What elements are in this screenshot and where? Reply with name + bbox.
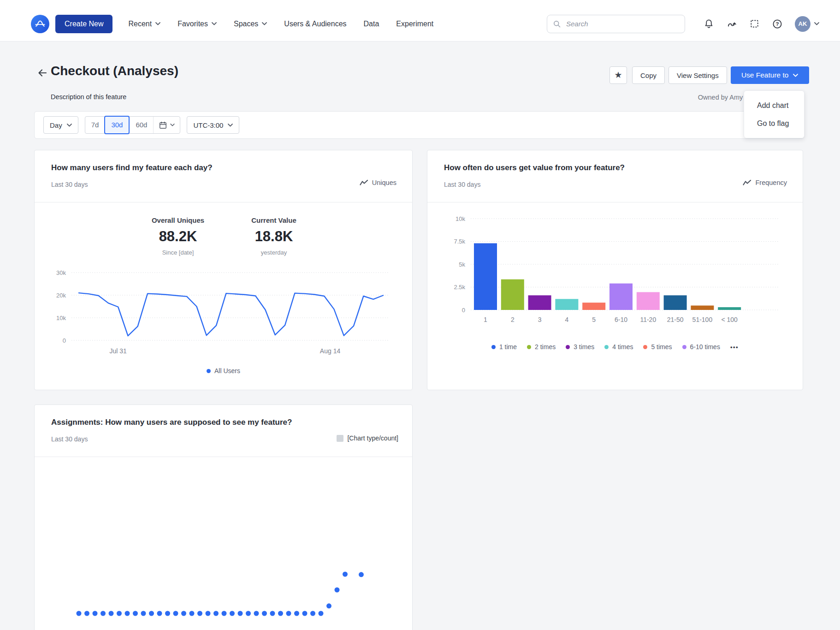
bar-2[interactable] [501,279,524,310]
menu-item-go-to-flag[interactable]: Go to flag [744,114,804,132]
back-arrow-icon[interactable] [37,67,48,80]
scatter-dot[interactable] [238,611,243,616]
y-tick-label: 0 [63,337,66,344]
legend-item-6-10-times[interactable]: 6-10 times [682,343,720,351]
scatter-dot[interactable] [101,611,106,616]
copy-button[interactable]: Copy [632,66,665,84]
notifications-bell-icon[interactable] [704,18,714,29]
scatter-dot[interactable] [230,611,235,616]
scatter-dot[interactable] [125,611,130,616]
bar-6-10[interactable] [609,284,633,310]
nav-item-users-audiences[interactable]: Users & Audiences [284,20,346,28]
help-icon[interactable]: ? [772,18,783,30]
legend-dot [566,345,570,349]
journeys-icon[interactable] [726,18,737,30]
scatter-dot[interactable] [246,611,251,616]
scatter-dot[interactable] [197,611,202,616]
bar-11-20[interactable] [637,292,660,310]
use-feature-to-button[interactable]: Use Feature to [731,66,809,84]
amplitude-logo[interactable] [31,15,49,33]
chevron-down-icon [814,22,819,25]
scatter-dot[interactable] [84,611,89,616]
bar-100[interactable] [718,307,741,310]
scatter-dot[interactable] [173,611,178,616]
scatter-dot[interactable] [302,611,308,616]
scatter-dot[interactable] [165,611,170,616]
scatter-dot[interactable] [109,611,114,616]
scatter-dot[interactable] [149,611,154,616]
menu-item-add-chart[interactable]: Add chart [744,96,804,114]
scatter-dot[interactable] [93,611,98,616]
legend-item[interactable]: All Users [207,367,240,374]
y-tick-label: 2.5k [454,284,465,291]
chart-mode[interactable]: Uniques [360,179,396,186]
legend-item-5-times[interactable]: 5 times [643,343,672,351]
legend-dot [207,369,211,373]
legend-item-4-times[interactable]: 4 times [604,343,633,351]
bar-51-100[interactable] [691,305,714,310]
scatter-dot[interactable] [77,611,82,616]
search-input[interactable] [565,19,679,28]
scatter-dot[interactable] [189,611,195,616]
bar-21-50[interactable] [664,295,687,310]
granularity-select[interactable]: Day [43,116,78,134]
view-settings-button[interactable]: View Settings [668,66,727,84]
nav-item-spaces[interactable]: Spaces [234,20,267,28]
scatter-dot[interactable] [157,611,162,616]
scatter-dot[interactable] [133,611,138,616]
scatter-dot[interactable] [181,611,186,616]
scatter-dot[interactable] [270,611,275,616]
bar-3[interactable] [528,295,551,310]
user-menu[interactable]: AK [795,16,819,32]
scatter-dot[interactable] [278,611,283,616]
series-line [79,293,383,336]
nav-item-experiment[interactable]: Experiment [396,20,433,28]
bar-1[interactable] [474,243,497,310]
range-7d[interactable]: 7d [85,117,105,133]
chart-mode[interactable]: Frequency [743,179,787,186]
timezone-select[interactable]: UTC-3:00 [187,116,239,134]
scatter-dot[interactable] [213,611,219,616]
nav-item-label: Recent [128,20,152,28]
legend-item-1-time[interactable]: 1 time [491,343,517,351]
scatter-dot[interactable] [326,603,331,608]
chart-mode-label: Frequency [755,179,787,186]
search-box[interactable] [547,15,685,33]
scatter-dot[interactable] [359,572,364,577]
stat-overall-uniques: Overall Uniques 88.2K Since [date] [127,216,229,256]
scatter-dot[interactable] [206,611,211,616]
scatter-dot[interactable] [117,611,122,616]
favorite-star-button[interactable]: ★ [609,66,627,84]
range-30d[interactable]: 30d [104,116,130,134]
chevron-down-icon [212,22,217,25]
scatter-dot[interactable] [294,611,299,616]
scatter-dot[interactable] [343,572,348,577]
scatter-dot[interactable] [319,611,324,616]
frequency-bar-chart[interactable]: 02.5k5k7.5k10k123456-1011-2021-5051-100<… [427,210,804,331]
calendar-range-button[interactable] [153,117,180,133]
legend-item-3-times[interactable]: 3 times [566,343,594,351]
legend-overflow-button[interactable]: ••• [730,344,739,351]
uniques-line-chart[interactable]: 010k20k30kJul 31Aug 14 [35,261,413,360]
legend-dot [527,345,531,349]
legend-item-2-times[interactable]: 2 times [527,343,556,351]
range-60d[interactable]: 60d [129,117,153,133]
legend-label: 3 times [574,343,594,351]
scatter-dot[interactable] [222,611,227,616]
scatter-dot[interactable] [254,611,259,616]
assignments-scatter-chart[interactable] [35,457,413,630]
nav-item-data[interactable]: Data [364,20,379,28]
bar-5[interactable] [582,303,605,310]
bar-4[interactable] [555,299,578,310]
svg-text:?: ? [775,21,779,27]
scatter-dot[interactable] [286,611,291,616]
scatter-dot[interactable] [141,611,146,616]
nav-item-favorites[interactable]: Favorites [177,20,217,28]
create-new-button[interactable]: Create New [55,15,112,33]
dashed-region-icon[interactable] [749,18,760,29]
scatter-dot[interactable] [262,611,267,616]
scatter-dot[interactable] [310,611,315,616]
nav-item-recent[interactable]: Recent [128,20,160,28]
scatter-dot[interactable] [335,588,340,593]
card-subtitle: Last 30 days [444,181,480,188]
